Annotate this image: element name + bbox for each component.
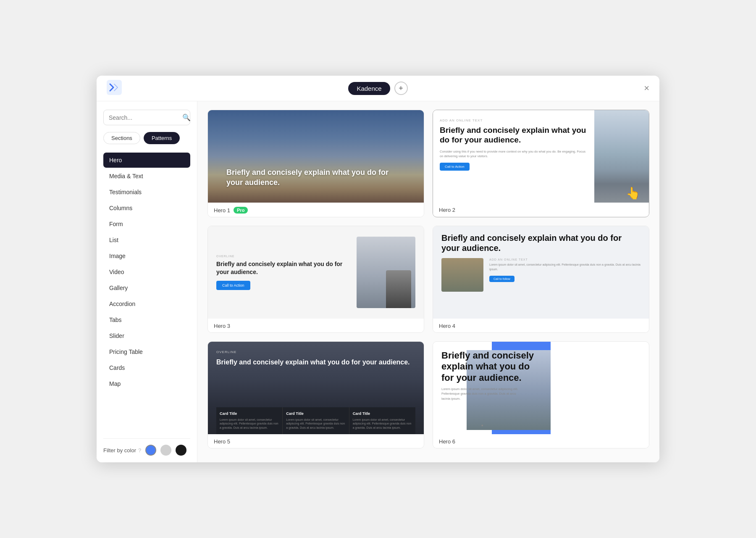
hero3-title: Briefly and concisely explain what you d… bbox=[216, 260, 350, 275]
hero2-text: ADD AN ONLINE TEXT Briefly and concisely… bbox=[433, 110, 594, 203]
color-filter: Filter by color ? bbox=[103, 438, 190, 456]
hero3-cta-button[interactable]: Call to Action bbox=[216, 281, 250, 290]
sidebar: 🔍 Sections Patterns Hero Media & Text Te… bbox=[97, 101, 197, 462]
cards-grid: Briefly and concisely explain what you d… bbox=[207, 110, 649, 448]
nav-cards[interactable]: Cards bbox=[103, 360, 190, 375]
hero1-overlay-text: Briefly and concisely explain what you d… bbox=[226, 168, 388, 186]
hero1-label: Hero 1 Pro bbox=[208, 203, 424, 217]
color-filter-help-icon: ? bbox=[138, 447, 141, 454]
hero4-cta-button[interactable]: Call to follow bbox=[489, 276, 514, 282]
nav-columns[interactable]: Columns bbox=[103, 200, 190, 216]
hero4-body: Lorem ipsum dolor sit amet, consectetur … bbox=[489, 263, 640, 272]
add-button[interactable]: + bbox=[394, 82, 408, 95]
main-layout: 🔍 Sections Patterns Hero Media & Text Te… bbox=[97, 101, 659, 462]
hero6-label: Hero 6 bbox=[433, 434, 649, 448]
color-gray[interactable] bbox=[160, 445, 171, 456]
content-area: Briefly and concisely explain what you d… bbox=[197, 101, 659, 462]
hero3-overline: OVERLINE bbox=[216, 255, 350, 258]
color-black[interactable] bbox=[176, 445, 186, 456]
hero3-text: OVERLINE Briefly and concisely explain w… bbox=[216, 255, 350, 290]
nav-media-text[interactable]: Media & Text bbox=[103, 169, 190, 184]
hero5-card-row: Card Title Lorem ipsum dolor sit amet, c… bbox=[216, 407, 415, 434]
svg-rect-0 bbox=[107, 80, 122, 95]
nav-tabs[interactable]: Tabs bbox=[103, 312, 190, 327]
hero2-image bbox=[594, 110, 649, 203]
kadence-button[interactable]: Kadence bbox=[348, 82, 390, 95]
search-input[interactable] bbox=[109, 114, 182, 121]
card-hero3[interactable]: OVERLINE Briefly and concisely explain w… bbox=[207, 226, 424, 333]
close-button[interactable]: × bbox=[644, 83, 649, 94]
nav-testimonials[interactable]: Testimonials bbox=[103, 185, 190, 200]
hero2-cta-button[interactable]: Call to Action bbox=[440, 163, 470, 171]
hero5-card-2-title: Card Title bbox=[286, 411, 345, 416]
hero3-image bbox=[357, 237, 415, 308]
hero3-label: Hero 3 bbox=[208, 319, 424, 332]
pro-badge: Pro bbox=[234, 207, 248, 214]
nav-video[interactable]: Video bbox=[103, 264, 190, 280]
card-hero2[interactable]: ADD AN ONLINE TEXT Briefly and concisely… bbox=[433, 110, 649, 217]
nav-pricing-table[interactable]: Pricing Table bbox=[103, 344, 190, 359]
hero5-card-3: Card Title Lorem ipsum dolor sit amet, c… bbox=[349, 407, 415, 434]
nav-slider[interactable]: Slider bbox=[103, 328, 190, 343]
hero6-text: Briefly and concisely explain what you d… bbox=[433, 342, 551, 409]
search-bar: 🔍 bbox=[103, 110, 190, 125]
hero5-card-3-body: Lorem ipsum dolor sit amet, consectetur … bbox=[353, 418, 412, 430]
header: Kadence + × bbox=[97, 76, 659, 101]
hero5-title: Briefly and concisely explain what you d… bbox=[216, 358, 415, 367]
hero4-title: Briefly and concisely explain what you d… bbox=[441, 233, 640, 253]
search-icon: 🔍 bbox=[182, 113, 191, 121]
hero5-card-1-title: Card Title bbox=[220, 411, 279, 416]
nav-accordion[interactable]: Accordion bbox=[103, 296, 190, 311]
card-hero6[interactable]: Briefly and concisely explain what you d… bbox=[433, 341, 649, 448]
card-hero1[interactable]: Briefly and concisely explain what you d… bbox=[207, 110, 424, 217]
hero2-small-label: ADD AN ONLINE TEXT bbox=[440, 119, 588, 122]
card-hero4[interactable]: Briefly and concisely explain what you d… bbox=[433, 226, 649, 333]
hero4-image bbox=[441, 258, 483, 292]
nav-form[interactable]: Form bbox=[103, 216, 190, 232]
logo bbox=[107, 80, 122, 97]
nav-image[interactable]: Image bbox=[103, 248, 190, 264]
color-filter-label: Filter by color ? bbox=[103, 447, 141, 454]
hero6-title: Briefly and concisely explain what you d… bbox=[441, 350, 542, 383]
nav-hero[interactable]: Hero bbox=[103, 153, 190, 168]
hero6-body: Lorem ipsum dolor sit amet, consectetur … bbox=[441, 387, 525, 401]
hero2-label: Hero 2 bbox=[433, 203, 649, 216]
hero4-right: ADD AN ONLINE TEXT Lorem ipsum dolor sit… bbox=[489, 258, 640, 282]
hero5-card-2-body: Lorem ipsum dolor sit amet, consectetur … bbox=[286, 418, 345, 430]
tab-patterns[interactable]: Patterns bbox=[144, 132, 180, 144]
hero2-title: Briefly and concisely explain what you d… bbox=[440, 126, 588, 145]
color-blue[interactable] bbox=[145, 445, 156, 456]
hero4-label: Hero 4 bbox=[433, 319, 649, 332]
hero5-card-3-title: Card Title bbox=[353, 411, 412, 416]
tab-row: Sections Patterns bbox=[103, 132, 190, 144]
hero5-card-1: Card Title Lorem ipsum dolor sit amet, c… bbox=[216, 407, 283, 434]
hero4-small-label: ADD AN ONLINE TEXT bbox=[489, 258, 640, 261]
hero5-top: OVERLINE Briefly and concisely explain w… bbox=[216, 350, 415, 370]
hero2-body: Consider using this if you need to provi… bbox=[440, 149, 588, 159]
hero5-card-2: Card Title Lorem ipsum dolor sit amet, c… bbox=[283, 407, 349, 434]
header-center: Kadence + bbox=[348, 82, 407, 95]
nav-list: Hero Media & Text Testimonials Columns F… bbox=[103, 153, 190, 432]
hero5-overline: OVERLINE bbox=[216, 350, 415, 354]
hero5-card-1-body: Lorem ipsum dolor sit amet, consectetur … bbox=[220, 418, 279, 430]
nav-map[interactable]: Map bbox=[103, 376, 190, 391]
nav-list[interactable]: List bbox=[103, 232, 190, 248]
app-window: Kadence + × 🔍 Sections Patterns Hero Med… bbox=[97, 76, 659, 462]
tab-sections[interactable]: Sections bbox=[103, 132, 140, 144]
card-hero5[interactable]: OVERLINE Briefly and concisely explain w… bbox=[207, 341, 424, 448]
hero6-pagination: ● bbox=[481, 421, 483, 428]
hero5-label: Hero 5 bbox=[208, 434, 424, 448]
nav-gallery[interactable]: Gallery bbox=[103, 280, 190, 295]
hero3-person-silhouette bbox=[386, 270, 411, 308]
